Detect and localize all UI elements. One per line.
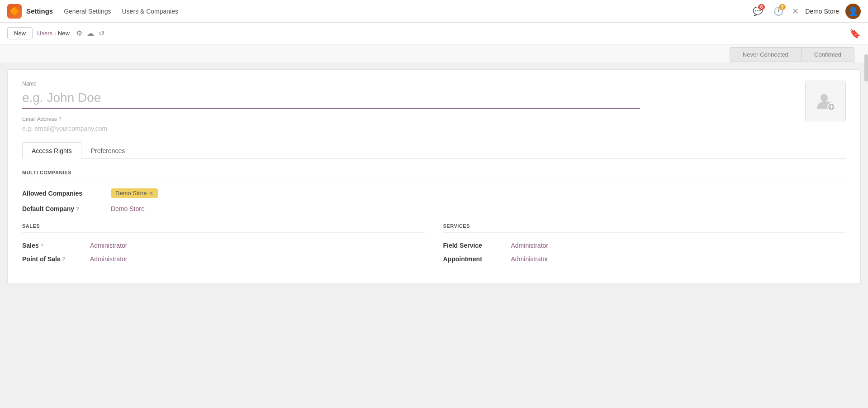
breadcrumb-current: New <box>58 30 70 37</box>
services-header: SERVICES <box>443 223 846 233</box>
nav-general-settings[interactable]: General Settings <box>64 8 111 15</box>
default-company-label: Default Company ? <box>22 205 104 212</box>
status-confirmed[interactable]: Confirmed <box>802 47 854 62</box>
name-input[interactable] <box>22 89 640 109</box>
tab-access-rights[interactable]: Access Rights <box>22 142 81 159</box>
tag-label: Demo Store <box>115 190 147 197</box>
allowed-companies-value: Demo Store ✕ <box>111 188 158 198</box>
avatar-upload[interactable] <box>805 81 846 121</box>
default-company-link[interactable]: Demo Store <box>111 205 145 212</box>
status-bar: Never Connected Confirmed <box>0 44 868 62</box>
services-field-value-1[interactable]: Administrator <box>511 255 548 263</box>
nav-users-companies[interactable]: Users & Companies <box>122 8 178 15</box>
status-steps: Never Connected Confirmed <box>730 47 854 62</box>
tab-preferences[interactable]: Preferences <box>81 142 134 159</box>
tab-content-access-rights: MULTI COMPANIES Allowed Companies Demo S… <box>22 159 846 269</box>
messages-button[interactable]: 💬 6 <box>750 4 765 19</box>
sales-field-value-0[interactable]: Administrator <box>90 242 127 249</box>
upload-icon[interactable]: ☁ <box>87 29 94 38</box>
allowed-company-tag[interactable]: Demo Store ✕ <box>111 188 158 198</box>
activities-badge: 3 <box>779 4 786 10</box>
breadcrumb-separator: › <box>54 30 56 37</box>
allowed-companies-row: Allowed Companies Demo Store ✕ <box>22 188 846 198</box>
name-field-group: Name <box>22 81 846 109</box>
settings-icon[interactable]: ⚙ <box>76 29 82 38</box>
page-content: Name Email Address ? Access Rights Prefe… <box>0 62 868 408</box>
new-button[interactable]: New <box>7 27 33 39</box>
sales-header: SALES <box>22 223 425 233</box>
email-field-group: Email Address ? <box>22 116 846 133</box>
email-label: Email Address ? <box>22 116 846 122</box>
messages-badge: 6 <box>758 4 765 10</box>
sales-help-icon: ? <box>41 243 44 248</box>
sales-field-row-0: Sales ? Administrator <box>22 242 425 249</box>
nav-links: General Settings Users & Companies <box>64 8 750 15</box>
svg-point-0 <box>821 94 828 101</box>
app-name: Settings <box>26 7 53 15</box>
scrollbar-thumb[interactable] <box>864 54 868 82</box>
tabs: Access Rights Preferences <box>22 142 846 159</box>
pos-help-icon: ? <box>62 256 66 262</box>
toolbar: New Users › New ⚙ ☁ ↺ 🔖 <box>0 23 868 44</box>
user-avatar[interactable]: 👤 <box>845 4 861 19</box>
store-name[interactable]: Demo Store <box>805 8 839 15</box>
scrollbar-track[interactable] <box>864 54 868 408</box>
tag-remove-icon[interactable]: ✕ <box>149 190 153 197</box>
multi-companies-header: MULTI COMPANIES <box>22 170 846 179</box>
default-company-row: Default Company ? Demo Store <box>22 205 846 212</box>
form-card: Name Email Address ? Access Rights Prefe… <box>7 69 861 284</box>
sales-section: SALES Sales ? Administrator Point of Sal… <box>22 223 425 269</box>
services-field-row-0: Field Service Administrator <box>443 242 846 249</box>
default-company-help-icon: ? <box>76 206 79 211</box>
default-company-value: Demo Store <box>111 205 145 212</box>
allowed-companies-label: Allowed Companies <box>22 190 104 197</box>
close-icon[interactable]: ✕ <box>792 6 799 16</box>
app-logo[interactable]: 🔶 <box>7 4 22 19</box>
breadcrumb: Users › New <box>37 30 70 37</box>
breadcrumb-users[interactable]: Users <box>37 30 52 37</box>
email-input[interactable] <box>22 124 640 133</box>
status-never-connected[interactable]: Never Connected <box>730 47 802 62</box>
sales-field-row-1: Point of Sale ? Administrator <box>22 255 425 263</box>
toolbar-icons: ⚙ ☁ ↺ <box>76 29 104 38</box>
name-label: Name <box>22 81 846 87</box>
bookmark-icon[interactable]: 🔖 <box>849 28 861 39</box>
sales-field-label-0: Sales ? <box>22 242 90 249</box>
services-field-row-1: Appointment Administrator <box>443 255 846 263</box>
services-field-label-0: Field Service <box>443 242 511 249</box>
refresh-icon[interactable]: ↺ <box>99 29 104 38</box>
email-help-icon: ? <box>59 116 62 122</box>
top-navigation: 🔶 Settings General Settings Users & Comp… <box>0 0 868 23</box>
services-field-label-1: Appointment <box>443 255 511 263</box>
services-field-value-0[interactable]: Administrator <box>511 242 548 249</box>
two-column-section: SALES Sales ? Administrator Point of Sal… <box>22 223 846 269</box>
services-section: SERVICES Field Service Administrator App… <box>443 223 846 269</box>
topnav-right: 💬 6 🕐 3 ✕ Demo Store 👤 <box>750 4 861 19</box>
sales-field-value-1[interactable]: Administrator <box>90 255 127 263</box>
sales-field-label-1: Point of Sale ? <box>22 255 90 263</box>
activities-button[interactable]: 🕐 3 <box>771 4 786 19</box>
